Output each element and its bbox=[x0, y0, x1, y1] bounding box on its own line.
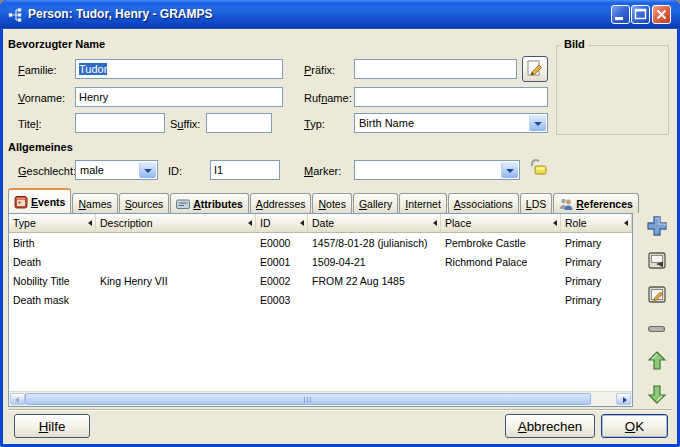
event-cell: King Henry VII bbox=[96, 271, 256, 290]
column-header-label: Description bbox=[100, 217, 153, 229]
tab-label: Associations bbox=[454, 198, 513, 210]
event-icon bbox=[14, 195, 28, 209]
tab-lds[interactable]: LDS bbox=[520, 193, 552, 213]
marker-combobox[interactable] bbox=[354, 160, 520, 180]
tab-label: LDS bbox=[526, 198, 546, 210]
bild-label: Bild bbox=[561, 38, 588, 50]
praefix-input[interactable] bbox=[354, 59, 517, 79]
column-arrow-icon bbox=[88, 220, 92, 226]
column-arrow-icon bbox=[433, 220, 437, 226]
references-icon bbox=[559, 197, 573, 211]
event-cell: 1457/8-01-28 (julianisch) bbox=[308, 233, 441, 252]
cancel-button[interactable]: Abbrechen bbox=[505, 414, 595, 438]
bild-dropzone bbox=[556, 45, 669, 135]
column-header-id[interactable]: ID bbox=[256, 214, 308, 233]
scrollbar-thumb[interactable] bbox=[25, 393, 591, 405]
event-cell bbox=[96, 252, 256, 271]
event-row[interactable]: DeathE00011509-04-21Richmond PalacePrima… bbox=[9, 252, 632, 271]
tab-references[interactable]: References bbox=[553, 193, 639, 213]
rufname-label: Rufname: bbox=[304, 91, 352, 105]
privacy-button[interactable] bbox=[527, 156, 549, 178]
tab-label: Internet bbox=[405, 198, 441, 210]
event-cell: Death mask bbox=[9, 290, 96, 309]
tab-gallery[interactable]: Gallery bbox=[353, 193, 398, 213]
tab-label: Gallery bbox=[359, 198, 392, 210]
tab-label: Addresses bbox=[256, 198, 306, 210]
column-header-role[interactable]: Role bbox=[561, 214, 632, 233]
tab-label: Names bbox=[78, 198, 111, 210]
column-arrow-icon bbox=[248, 220, 252, 226]
tab-events[interactable]: Events bbox=[8, 188, 71, 213]
add-event-button[interactable] bbox=[645, 214, 669, 238]
chevron-down-icon[interactable] bbox=[501, 162, 518, 178]
familie-label: Familie: bbox=[18, 63, 57, 77]
scroll-right-button[interactable] bbox=[616, 393, 631, 405]
column-header-type[interactable]: Type bbox=[9, 214, 96, 233]
event-row[interactable]: Nobility TitleKing Henry VIIE0002FROM 22… bbox=[9, 271, 632, 290]
event-cell: E0002 bbox=[256, 271, 308, 290]
unlock-icon bbox=[527, 168, 549, 180]
move-down-button[interactable] bbox=[645, 382, 669, 406]
remove-event-button[interactable] bbox=[645, 317, 669, 341]
tab-attributes[interactable]: Attributes bbox=[170, 193, 249, 213]
tab-addresses[interactable]: Addresses bbox=[250, 193, 312, 213]
event-cell bbox=[308, 290, 441, 309]
vorname-input[interactable]: Henry bbox=[75, 87, 283, 107]
praefix-label: Präfix: bbox=[304, 63, 335, 77]
events-table: TypeDescriptionIDDatePlaceRole BirthE000… bbox=[9, 214, 632, 309]
share-event-button[interactable] bbox=[645, 249, 669, 273]
chevron-down-icon[interactable] bbox=[529, 115, 546, 131]
event-cell: Primary bbox=[561, 252, 632, 271]
attribute-icon bbox=[176, 197, 190, 211]
geschlecht-combobox[interactable]: male bbox=[75, 160, 158, 180]
minimize-button[interactable] bbox=[611, 5, 630, 24]
horizontal-scrollbar[interactable] bbox=[9, 391, 632, 406]
familie-input[interactable]: Tudor bbox=[75, 59, 283, 79]
add-icon bbox=[645, 228, 669, 240]
typ-combobox[interactable]: Birth Name bbox=[354, 113, 548, 133]
ok-button[interactable]: OK bbox=[601, 414, 668, 438]
close-button[interactable] bbox=[652, 5, 671, 24]
event-cell: Death bbox=[9, 252, 96, 271]
event-cell bbox=[96, 233, 256, 252]
typ-value: Birth Name bbox=[359, 117, 414, 129]
column-header-label: Date bbox=[312, 217, 334, 229]
column-header-description[interactable]: Description bbox=[96, 214, 256, 233]
event-cell: Nobility Title bbox=[9, 271, 96, 290]
tab-internet[interactable]: Internet bbox=[399, 193, 447, 213]
tab-associations[interactable]: Associations bbox=[448, 193, 519, 213]
move-up-button[interactable] bbox=[645, 349, 669, 373]
tab-label: Attributes bbox=[193, 198, 243, 210]
tab-notes[interactable]: Notes bbox=[312, 193, 351, 213]
rufname-input[interactable] bbox=[354, 87, 548, 107]
edit-name-button[interactable] bbox=[522, 56, 548, 82]
column-header-date[interactable]: Date bbox=[308, 214, 441, 233]
event-cell: Birth bbox=[9, 233, 96, 252]
maximize-button[interactable] bbox=[631, 5, 650, 24]
suffix-label: Suffix: bbox=[170, 117, 200, 131]
id-input[interactable]: I1 bbox=[210, 160, 280, 180]
titel-input[interactable] bbox=[75, 113, 165, 133]
tab-names[interactable]: Names bbox=[72, 193, 117, 213]
share-icon bbox=[645, 263, 669, 275]
tab-strip: EventsNamesSourcesAttributesAddressesNot… bbox=[8, 189, 668, 213]
title-bar[interactable]: Person: Tudor, Henry - GRAMPS bbox=[0, 0, 680, 29]
general-heading: Allgemeines bbox=[8, 141, 73, 153]
help-button[interactable]: Hilfe bbox=[14, 414, 90, 438]
move-up-icon bbox=[645, 363, 669, 375]
chevron-down-icon[interactable] bbox=[139, 162, 156, 178]
event-row[interactable]: BirthE00001457/8-01-28 (julianisch)Pembr… bbox=[9, 233, 632, 252]
edit-event-button[interactable] bbox=[645, 283, 669, 307]
column-header-place[interactable]: Place bbox=[441, 214, 561, 233]
event-row[interactable]: Death maskE0003Primary bbox=[9, 290, 632, 309]
scroll-left-button[interactable] bbox=[10, 393, 25, 405]
chevron-left-icon bbox=[15, 397, 19, 403]
footer-divider bbox=[8, 409, 672, 411]
event-cell: E0001 bbox=[256, 252, 308, 271]
suffix-input[interactable] bbox=[206, 113, 272, 133]
event-cell bbox=[441, 271, 561, 290]
event-cell: 1509-04-21 bbox=[308, 252, 441, 271]
tab-sources[interactable]: Sources bbox=[119, 193, 170, 213]
event-cell: Primary bbox=[561, 233, 632, 252]
preferred-name-heading: Bevorzugter Name bbox=[8, 38, 105, 50]
